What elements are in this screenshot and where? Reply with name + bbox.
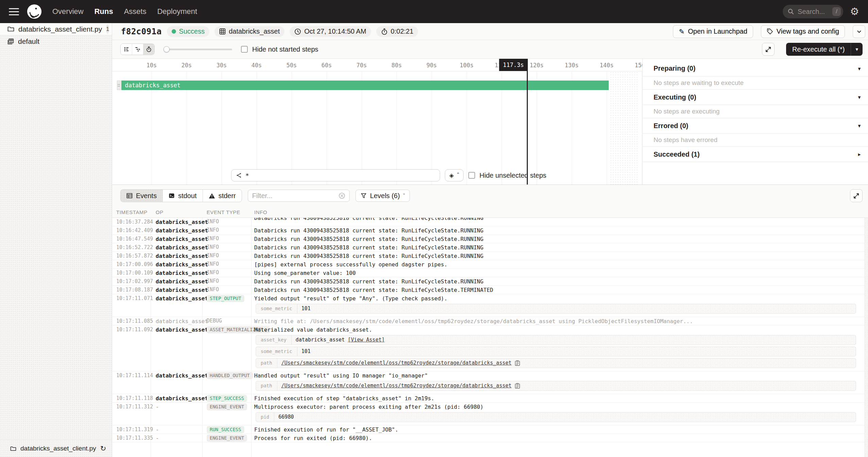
log-timestamp[interactable]: 10:17:11.114	[112, 371, 151, 394]
nav-item-assets[interactable]: Assets	[124, 7, 146, 16]
log-row[interactable]: 10:16:52.722databricks_assetINFODatabric…	[112, 243, 864, 252]
selector-options-button[interactable]: ◈ ˆ	[445, 169, 464, 181]
log-timestamp[interactable]: 10:17:11.118	[112, 394, 151, 402]
table-icon	[126, 193, 133, 199]
log-row[interactable]: 10:17:02.997databricks_assetINFODatabric…	[112, 277, 864, 286]
log-row[interactable]: 10:17:00.096databricks_assetINFO[pipes] …	[112, 260, 864, 269]
log-fullscreen-button[interactable]	[850, 189, 863, 202]
log-event-type: STEP_OUTPUT	[203, 294, 251, 317]
log-row[interactable]: 10:17:00.109databricks_assetINFOUsing so…	[112, 269, 864, 277]
asset-pill[interactable]: databricks_asset	[214, 26, 284, 37]
log-op: databricks_asset	[151, 317, 203, 325]
timed-view-icon[interactable]	[143, 44, 154, 55]
flat-view-icon[interactable]	[121, 44, 132, 55]
time-marker-line[interactable]	[527, 59, 528, 184]
metadata-table: some_metric101	[256, 304, 856, 314]
run-count-badge: 1	[106, 24, 109, 34]
chevron-down-icon[interactable]: ▾	[851, 46, 863, 52]
job-label: default	[18, 37, 39, 46]
column-header-info[interactable]: INFO	[251, 209, 868, 215]
copy-icon[interactable]	[515, 383, 520, 389]
view-asset-link[interactable]: [View Asset]	[348, 336, 384, 344]
log-timestamp[interactable]: 10:17:11.319	[112, 425, 151, 434]
log-timestamp[interactable]: 10:16:47.549	[112, 235, 151, 243]
log-row[interactable]: 10:17:08.187databricks_assetINFODatabric…	[112, 286, 864, 294]
log-timestamp[interactable]: 10:17:11.312	[112, 403, 151, 425]
run-actions-dropdown-button[interactable]	[853, 25, 865, 38]
log-filter-input[interactable]: Filter...	[248, 190, 350, 202]
scrollbar-track[interactable]	[864, 218, 868, 457]
log-row[interactable]: 10:17:11.085databricks_assetDEBUGWriting…	[112, 317, 864, 326]
log-row[interactable]: 10:16:42.409databricks_assetINFODatabric…	[112, 226, 864, 235]
log-op: databricks_asset	[151, 394, 203, 402]
log-timestamp[interactable]: 10:16:42.409	[112, 226, 151, 234]
log-row[interactable]: 10:17:11.335-ENGINE_EVENTProcess for run…	[112, 434, 864, 442]
log-row[interactable]: 10:16:57.872databricks_assetINFODatabric…	[112, 252, 864, 260]
tab-stderr[interactable]: stderr	[203, 190, 242, 202]
search-placeholder: Search...	[798, 8, 829, 16]
log-timestamp[interactable]: 10:16:37.284	[112, 218, 151, 226]
log-row[interactable]: 10:17:11.319-RUN_SUCCESSFinished executi…	[112, 425, 864, 434]
log-row[interactable]: 10:17:11.071databricks_assetSTEP_OUTPUTY…	[112, 294, 864, 317]
log-row[interactable]: 10:16:47.549databricks_assetINFODatabric…	[112, 235, 864, 243]
reload-icon[interactable]: ↻	[100, 444, 106, 453]
copy-icon[interactable]	[515, 360, 520, 366]
log-op: -	[151, 403, 203, 425]
gantt-bar-databricks-asset[interactable]: databricks_asset	[121, 81, 609, 90]
metadata-key: path	[256, 358, 277, 368]
hide-unselected-checkbox[interactable]: Hide unselected steps	[468, 172, 546, 179]
reexecute-all-button[interactable]: Re-execute all (*) ▾	[786, 43, 863, 56]
log-timestamp[interactable]: 10:17:11.071	[112, 294, 151, 317]
nav-item-runs[interactable]: Runs	[94, 7, 113, 16]
log-row[interactable]: 10:16:37.284databricks_assetINFODatabric…	[112, 218, 864, 226]
column-header-timestamp[interactable]: TIMESTAMP	[112, 209, 151, 215]
sidebar-item-code-location[interactable]: databricks_asset_client.py 1	[0, 23, 112, 35]
search-input[interactable]: Search... /	[783, 5, 843, 18]
view-tags-config-button[interactable]: View tags and config	[761, 25, 845, 38]
column-header-op[interactable]: OP	[151, 209, 203, 215]
gantt-tick: 20s	[181, 62, 192, 69]
log-info: Databricks run 43009438525818 current st…	[251, 235, 864, 243]
open-in-launchpad-button[interactable]: ✎ Open in Launchpad	[673, 25, 753, 38]
panel-section-header[interactable]: Preparing (0)▾	[643, 59, 868, 76]
log-row[interactable]: 10:17:11.092databricks_assetASSET_MATERI…	[112, 326, 864, 371]
column-header-event-type[interactable]: EVENT TYPE	[203, 209, 251, 215]
path-link[interactable]: /Users/smackesey/stm/code/elementl/oss/t…	[281, 359, 511, 367]
log-timestamp[interactable]: 10:17:08.187	[112, 286, 151, 294]
nav-item-deployment[interactable]: Deployment	[157, 7, 197, 16]
gear-icon[interactable]: ⚙	[850, 6, 859, 17]
panel-section-header[interactable]: Executing (0)▾	[643, 90, 868, 105]
log-timestamp[interactable]: 10:16:52.722	[112, 243, 151, 251]
log-timestamp[interactable]: 10:17:11.335	[112, 434, 151, 442]
nav-item-overview[interactable]: Overview	[52, 7, 84, 16]
step-selector-input[interactable]: *	[231, 169, 440, 181]
code-location-label: databricks_asset_client.py	[18, 25, 102, 33]
log-row[interactable]: 10:17:11.312-ENGINE_EVENTMultiprocess ex…	[112, 403, 864, 425]
log-row[interactable]: 10:17:11.114databricks_assetHANDLED_OUTP…	[112, 371, 864, 394]
metadata-row: asset_keydatabricks_asset[View Asset]	[256, 335, 856, 345]
path-link[interactable]: /Users/smackesey/stm/code/elementl/oss/t…	[281, 382, 511, 389]
tab-stdout[interactable]: stdout	[162, 190, 202, 202]
levels-dropdown[interactable]: Levels (6) ˇ	[355, 190, 410, 202]
log-timestamp[interactable]: 10:17:00.096	[112, 260, 151, 268]
dagster-logo-icon[interactable]	[27, 4, 42, 19]
sidebar-item-job-default[interactable]: default	[0, 35, 112, 48]
log-timestamp[interactable]: 10:17:11.092	[112, 326, 151, 371]
log-row[interactable]: 10:17:11.118databricks_assetSTEP_SUCCESS…	[112, 394, 864, 403]
log-timestamp[interactable]: 10:16:57.872	[112, 252, 151, 260]
bar-drag-handle[interactable]	[117, 81, 121, 90]
zoom-slider-knob[interactable]	[163, 46, 170, 52]
tab-events[interactable]: Events	[121, 190, 162, 202]
chevron-down-icon: ▾	[858, 66, 861, 71]
hide-not-started-checkbox[interactable]: Hide not started steps	[241, 46, 318, 53]
zoom-slider[interactable]	[163, 46, 232, 53]
hamburger-menu-icon[interactable]	[9, 8, 19, 15]
panel-section-header[interactable]: Errored (0)▾	[643, 118, 868, 134]
log-timestamp[interactable]: 10:17:02.997	[112, 277, 151, 285]
panel-section-header[interactable]: Succeeded (1)▸	[643, 147, 868, 162]
gantt-fullscreen-button[interactable]	[762, 43, 775, 56]
clear-filter-icon[interactable]	[338, 192, 345, 199]
log-timestamp[interactable]: 10:17:11.085	[112, 317, 151, 325]
waterfall-view-icon[interactable]	[132, 44, 143, 55]
log-timestamp[interactable]: 10:17:00.109	[112, 269, 151, 277]
